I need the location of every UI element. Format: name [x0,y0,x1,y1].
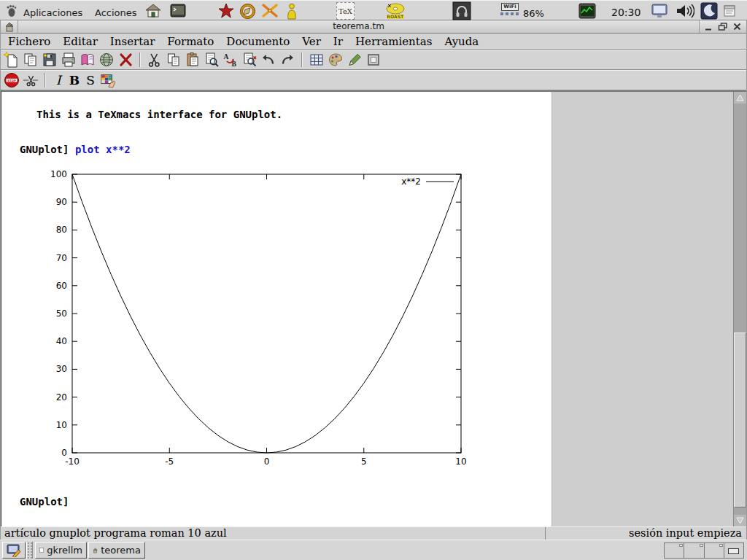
svg-text:0: 0 [61,448,67,458]
document-page[interactable]: This is a TeXmacs interface for GNUplot.… [1,92,552,526]
workspace-3[interactable] [705,543,724,558]
svg-text:10: 10 [56,420,67,430]
replace-icon[interactable]: AB [222,52,239,68]
notes-icon[interactable] [723,3,736,19]
top-panel: Aplicaciones Acciones TeX ROAST [0,0,747,20]
toolbar-separator [139,52,141,67]
task-gkrellm[interactable]: gkrellm [35,542,87,559]
bold-button[interactable]: B [68,73,81,88]
spell-check-icon[interactable] [241,52,258,68]
globe-web-icon[interactable] [98,52,115,68]
menu-insertar[interactable]: Insertar [110,35,155,48]
window-controls [699,20,746,33]
gnuplot-prompt: GNUplot] [20,496,69,508]
undo-icon[interactable] [260,52,276,68]
italic-button[interactable]: I [52,73,65,88]
minimize-button[interactable] [704,22,713,31]
book-icon[interactable] [80,52,96,68]
terminal-icon[interactable] [170,3,186,19]
close-button[interactable] [732,22,742,31]
menu-ayuda[interactable]: Ayuda [444,35,479,48]
desktop-edit-icon [7,544,21,557]
svg-text:STOP: STOP [7,79,16,82]
cut-icon[interactable] [147,52,163,68]
session-prompt-line[interactable]: GNUplot] [20,496,69,508]
toolbar-separator [301,52,303,67]
open-document-icon[interactable] [23,52,39,68]
workspace-pager [664,542,744,559]
wifi-monitor-icon[interactable]: WiFi [500,3,519,19]
menu-editar[interactable]: Editar [63,35,98,48]
task-label: teorema [101,545,141,556]
color-palette-icon[interactable] [328,52,344,68]
menu-ver[interactable]: Ver [302,35,321,48]
wifi-percentage: 86% [523,5,544,21]
new-document-icon[interactable] [4,52,20,68]
clock-applet[interactable]: 20:30 [611,4,640,20]
workspace-4[interactable] [724,543,743,558]
menu-documento[interactable]: Documento [226,35,290,48]
person-icon[interactable] [285,3,298,19]
crossed-tools-icon[interactable] [261,3,279,19]
close-document-icon[interactable] [117,52,133,68]
menu-herramientas[interactable]: Herramientas [355,35,432,48]
scroll-down-button[interactable] [734,515,746,526]
roast-label: ROAST [387,15,405,19]
svg-text:50: 50 [56,308,67,319]
scrollbar-thumb[interactable] [734,332,746,508]
toolbar-main: AB [1,50,746,70]
compass-game-icon[interactable] [239,3,256,19]
interrupt-scissors-icon[interactable] [23,72,39,88]
insert-table-icon[interactable] [309,52,325,68]
texmacs-icon [93,545,98,556]
system-monitor-icon[interactable] [578,3,596,19]
task-teorema[interactable]: teorema [88,542,145,559]
redo-icon[interactable] [279,52,295,68]
stop-session-icon[interactable]: STOP [4,72,20,88]
print-document-icon[interactable] [61,52,77,68]
svg-text:20: 20 [56,392,67,402]
save-document-icon[interactable] [42,52,58,68]
find-icon[interactable] [204,52,220,68]
workspace-1[interactable] [665,543,684,558]
headphones-icon[interactable] [452,3,471,19]
session-input-line[interactable]: GNUplot] plot x**2 [20,144,131,155]
scroll-up-button[interactable] [734,92,746,104]
svg-text:100: 100 [50,169,67,179]
display-icon[interactable] [651,3,667,19]
svg-text:A: A [224,53,229,61]
intro-text[interactable]: This is a TeXmacs interface for GNUplot. [36,109,282,120]
menu-ir[interactable]: Ir [333,35,343,48]
wifi-label: WiFi [501,3,518,11]
cell-colors-icon[interactable] [100,72,116,88]
menu-aplicaciones[interactable]: Aplicaciones [23,4,82,20]
gnome-menu-foot-icon[interactable] [4,3,19,19]
svg-text:70: 70 [56,253,67,263]
menubar: Fichero Editar Insertar Formato Document… [1,34,746,50]
speaker-volume-icon[interactable] [676,3,694,19]
desktop-edit-button[interactable] [2,542,26,559]
red-star-icon[interactable] [218,3,234,19]
gnuplot-prompt: GNUplot] [20,144,69,155]
paste-icon[interactable] [185,52,201,68]
insert-frame-icon[interactable] [365,52,382,68]
svg-text:-10: -10 [65,456,80,467]
panel-handle[interactable] [26,542,33,559]
vertical-scrollbar[interactable] [733,92,746,526]
page-icon [39,545,44,556]
maximize-button[interactable] [718,22,728,31]
copy-icon[interactable] [166,52,182,68]
document-area: This is a TeXmacs interface for GNUplot.… [1,90,746,526]
menu-fichero[interactable]: Fichero [8,35,50,48]
x-cd-roast-icon[interactable]: ROAST [385,3,406,19]
menu-formato[interactable]: Formato [167,35,214,48]
svg-text:40: 40 [56,336,67,346]
tex-launcher-icon[interactable]: TeX [336,3,355,19]
menu-acciones[interactable]: Acciones [95,4,137,20]
titlebar[interactable]: teorema.tm [1,20,746,34]
strong-button[interactable]: S [84,73,97,88]
home-icon[interactable] [145,3,161,19]
moon-screensaver-icon[interactable] [700,3,718,19]
workspace-2[interactable] [684,543,704,558]
pen-draw-icon[interactable] [347,52,363,68]
